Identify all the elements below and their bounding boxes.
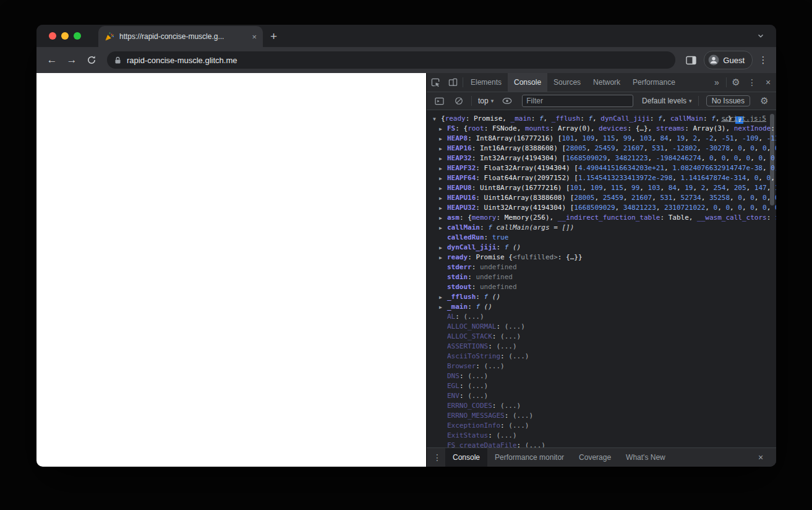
expand-arrow-icon[interactable]: ▼ bbox=[433, 115, 441, 124]
tab-elements[interactable]: Elements bbox=[464, 73, 508, 92]
settings-gear-icon[interactable]: ⚙ bbox=[728, 73, 744, 92]
console-row: ERRNO_CODES: (...) bbox=[427, 401, 776, 411]
browser-menu-icon[interactable]: ⋮ bbox=[756, 54, 770, 66]
expand-arrow-icon[interactable]: ▶ bbox=[439, 164, 447, 173]
expand-arrow-icon[interactable]: ▶ bbox=[439, 194, 447, 203]
devtools-drawer: ⋮ Console Performance monitor Coverage W… bbox=[427, 447, 776, 467]
expand-arrow-icon[interactable]: ▶ bbox=[439, 144, 447, 153]
tab-sources[interactable]: Sources bbox=[547, 73, 587, 92]
drawer-close-icon[interactable]: × bbox=[753, 448, 769, 467]
expand-arrow-icon[interactable]: ▶ bbox=[439, 243, 447, 253]
console-row[interactable]: ▶HEAP16: Int16Array(8388608) [28005, 254… bbox=[427, 144, 776, 153]
drawer-tab-performance-monitor[interactable]: Performance monitor bbox=[487, 448, 571, 467]
browser-window: https://rapid-concise-muscle.g... × + ← … bbox=[36, 25, 776, 467]
console-row[interactable]: ▶_fflush: f () bbox=[427, 292, 776, 302]
profile-label: Guest bbox=[723, 56, 745, 65]
devtools-tabbar: Elements Console Sources Network Perform… bbox=[427, 73, 776, 92]
console-row: ALLOC_STACK: (...) bbox=[427, 332, 776, 342]
drawer-tab-whats-new[interactable]: What's New bbox=[618, 448, 673, 467]
inspect-element-icon[interactable] bbox=[427, 73, 444, 92]
invoke-getter[interactable]: (...) bbox=[500, 402, 521, 410]
log-levels-selector[interactable]: Default levels ▾ bbox=[639, 97, 694, 105]
invoke-getter[interactable]: (...) bbox=[468, 372, 488, 380]
forward-button[interactable]: → bbox=[62, 51, 81, 69]
devtools-panel: Elements Console Sources Network Perform… bbox=[426, 73, 776, 467]
invoke-getter[interactable]: (...) bbox=[484, 362, 505, 370]
invoke-getter[interactable]: (...) bbox=[468, 382, 488, 390]
divider bbox=[698, 96, 699, 106]
device-toolbar-icon[interactable] bbox=[444, 73, 461, 92]
invoke-getter[interactable]: (...) bbox=[505, 322, 525, 331]
close-window-button[interactable] bbox=[49, 32, 56, 40]
console-row[interactable]: ▶HEAPU8: Uint8Array(16777216) [101, 109,… bbox=[427, 183, 776, 193]
clear-console-icon[interactable] bbox=[450, 92, 468, 110]
chevron-down-icon: ▾ bbox=[689, 98, 692, 104]
expand-arrow-icon[interactable]: ▶ bbox=[439, 253, 447, 262]
issues-button[interactable]: No Issues bbox=[706, 95, 750, 106]
console-row[interactable]: ▶dynCall_jiji: f () bbox=[427, 243, 776, 253]
expand-arrow-icon[interactable]: ▶ bbox=[439, 303, 447, 312]
expand-arrow-icon[interactable]: ▶ bbox=[439, 214, 447, 223]
invoke-getter[interactable]: (...) bbox=[468, 392, 488, 400]
expand-arrow-icon[interactable]: ▶ bbox=[439, 134, 447, 144]
devtools-menu-icon[interactable]: ⋮ bbox=[744, 73, 760, 92]
invoke-getter[interactable]: (...) bbox=[513, 412, 533, 420]
console-row[interactable]: ▶HEAPF32: Float32Array(4194304) [4.49044… bbox=[427, 163, 776, 173]
drawer-tab-coverage[interactable]: Coverage bbox=[571, 448, 618, 467]
source-link[interactable]: script.js:5 bbox=[721, 114, 766, 124]
console-row: FS_createDataFile: (...) bbox=[427, 441, 776, 447]
console-row[interactable]: ▶HEAP8: Int8Array(16777216) [101, 109, 1… bbox=[427, 134, 776, 144]
invoke-getter[interactable]: (...) bbox=[508, 421, 529, 430]
console-row[interactable]: ▶HEAP32: Int32Array(4194304) [1668509029… bbox=[427, 153, 776, 163]
console-row[interactable]: ▶_main: f () bbox=[427, 302, 776, 312]
filter-input[interactable] bbox=[522, 95, 633, 107]
console-row[interactable]: ▶HEAPU32: Uint32Array(4194304) [16685090… bbox=[427, 203, 776, 213]
expand-arrow-icon[interactable]: ▶ bbox=[439, 154, 447, 163]
drawer-menu-icon[interactable]: ⋮ bbox=[429, 448, 445, 467]
tab-performance[interactable]: Performance bbox=[626, 73, 682, 92]
invoke-getter[interactable]: (...) bbox=[508, 352, 529, 360]
expand-arrow-icon[interactable]: ▶ bbox=[439, 293, 447, 302]
reload-button[interactable] bbox=[82, 51, 101, 69]
console-row[interactable]: ▶ready: Promise {<fulfilled>: {…}} bbox=[427, 253, 776, 262]
page-viewport bbox=[36, 73, 426, 467]
expand-arrow-icon[interactable]: ▶ bbox=[439, 184, 447, 193]
console-row[interactable]: ▶asm: {memory: Memory(256), __indirect_f… bbox=[427, 213, 776, 223]
console-row[interactable]: ▶HEAPU16: Uint16Array(8388608) [28005, 2… bbox=[427, 193, 776, 203]
minimize-window-button[interactable] bbox=[61, 32, 69, 40]
console-row[interactable]: ▶FS: {root: FSNode, mounts: Array(0), de… bbox=[427, 124, 776, 134]
invoke-getter[interactable]: (...) bbox=[496, 431, 516, 439]
expand-arrow-icon[interactable]: ▶ bbox=[439, 174, 447, 183]
address-bar[interactable]: rapid-concise-muscle.glitch.me bbox=[107, 51, 675, 69]
tab-close-icon[interactable]: × bbox=[252, 33, 257, 41]
divider bbox=[726, 77, 727, 87]
profile-button[interactable]: Guest bbox=[704, 51, 753, 69]
tab-network[interactable]: Network bbox=[587, 73, 626, 92]
tab-title: https://rapid-concise-muscle.g... bbox=[119, 32, 224, 41]
devtools-close-icon[interactable]: × bbox=[760, 73, 776, 92]
back-button[interactable]: ← bbox=[43, 51, 61, 69]
invoke-getter[interactable]: (...) bbox=[464, 313, 484, 321]
live-expression-eye-icon[interactable] bbox=[498, 92, 516, 110]
console-row[interactable]: ▶callMain: f callMain(args = []) bbox=[427, 223, 776, 233]
lock-icon[interactable] bbox=[114, 56, 121, 64]
expand-arrow-icon[interactable]: ▶ bbox=[439, 204, 447, 213]
tab-console[interactable]: Console bbox=[508, 73, 547, 92]
expand-arrow-icon[interactable]: ▶ bbox=[439, 223, 447, 233]
invoke-getter[interactable]: (...) bbox=[496, 342, 516, 350]
context-selector[interactable]: top ▾ bbox=[476, 97, 496, 105]
maximize-window-button[interactable] bbox=[74, 32, 81, 40]
browser-tab[interactable]: https://rapid-concise-muscle.g... × bbox=[98, 26, 263, 47]
drawer-tab-console[interactable]: Console bbox=[445, 448, 487, 467]
invoke-getter[interactable]: (...) bbox=[500, 332, 521, 340]
tab-search-chevron-icon[interactable] bbox=[756, 32, 765, 40]
console-row[interactable]: ▼{ready: Promise, _main: f, _fflush: f, … bbox=[427, 114, 776, 124]
invoke-getter[interactable]: (...) bbox=[525, 441, 545, 447]
side-panel-icon[interactable] bbox=[682, 51, 700, 69]
console-row[interactable]: ▶HEAPF64: Float64Array(2097152) [1.15454… bbox=[427, 173, 776, 183]
new-tab-button[interactable]: + bbox=[270, 30, 277, 42]
more-tabs-icon[interactable]: » bbox=[709, 73, 725, 92]
console-sidebar-icon[interactable] bbox=[430, 92, 448, 110]
expand-arrow-icon[interactable]: ▶ bbox=[439, 124, 447, 134]
console-settings-gear-icon[interactable]: ⚙ bbox=[756, 92, 772, 110]
